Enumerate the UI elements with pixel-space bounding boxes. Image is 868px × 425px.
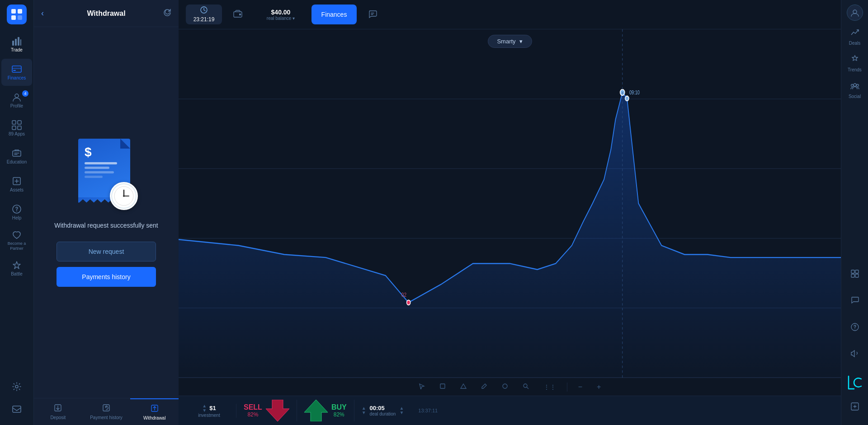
chat-button[interactable] bbox=[360, 5, 385, 24]
assets-icon bbox=[12, 176, 22, 186]
balance-amount: $40.00 bbox=[271, 9, 291, 16]
svg-point-19 bbox=[16, 210, 17, 211]
assets-label: Assets bbox=[10, 187, 24, 193]
zoom-out-tool[interactable]: − bbox=[575, 381, 586, 393]
svg-rect-13 bbox=[18, 121, 21, 124]
right-sidebar: Deals Trends Social bbox=[841, 0, 868, 425]
right-nav-deals[interactable]: Deals bbox=[844, 24, 866, 49]
right-grid-button[interactable] bbox=[844, 261, 866, 286]
price-chart: 02 09:10 bbox=[179, 29, 841, 378]
buy-area[interactable]: BUY 82% bbox=[297, 400, 354, 421]
right-chat-button[interactable] bbox=[844, 288, 866, 313]
refresh-button[interactable] bbox=[163, 9, 171, 19]
right-help-button[interactable] bbox=[844, 314, 866, 339]
back-button[interactable]: ‹ bbox=[41, 9, 44, 18]
partner-label: Become a Partner bbox=[1, 241, 32, 251]
buy-pct: 82% bbox=[334, 411, 344, 418]
user-avatar[interactable] bbox=[847, 5, 863, 21]
sidebar-item-help[interactable]: Help bbox=[1, 199, 32, 226]
buy-arrow-icon bbox=[304, 400, 328, 421]
sidebar-item-battle[interactable]: Battle bbox=[1, 255, 32, 282]
apps-icon bbox=[12, 120, 22, 130]
sell-area[interactable]: SELL 82% bbox=[236, 400, 297, 421]
feedback-button[interactable] bbox=[1, 398, 32, 420]
rectangle-tool[interactable] bbox=[436, 381, 449, 392]
circle-tool[interactable] bbox=[498, 381, 512, 392]
panel-footer: Deposit Payment history Withdrawal bbox=[34, 398, 179, 425]
duration-arrows[interactable]: ▲ ▼ bbox=[362, 406, 366, 415]
balance-label: real balance ▾ bbox=[267, 16, 295, 21]
pencil-tool[interactable] bbox=[477, 381, 491, 392]
deals-label: Deals bbox=[849, 41, 861, 46]
chat-icon bbox=[368, 9, 377, 20]
tab-deposit[interactable]: Deposit bbox=[34, 398, 82, 425]
investment-item: ▲ ▼ $1 investment bbox=[182, 404, 236, 418]
svg-point-54 bbox=[856, 84, 859, 87]
help-label: Help bbox=[12, 215, 22, 221]
svg-point-20 bbox=[15, 385, 18, 388]
apps-label: 89 Apps bbox=[9, 131, 25, 137]
svg-rect-6 bbox=[18, 37, 19, 46]
payments-history-button[interactable]: Payments history bbox=[57, 267, 156, 287]
svg-rect-14 bbox=[12, 126, 16, 130]
duration-value: 00:05 bbox=[370, 405, 396, 411]
svg-rect-10 bbox=[13, 70, 16, 71]
sell-pct: 82% bbox=[247, 411, 258, 418]
success-message: Withdrawal request successfully sent bbox=[54, 222, 158, 229]
sidebar-item-trade[interactable]: Trade bbox=[1, 31, 32, 58]
svg-point-25 bbox=[123, 195, 125, 197]
investment-arrows[interactable]: ▲ ▼ bbox=[202, 404, 207, 413]
triangle-tool[interactable] bbox=[457, 381, 470, 392]
new-request-button[interactable]: New request bbox=[57, 242, 156, 262]
zoom-in-tool[interactable]: + bbox=[593, 381, 604, 393]
chart-toolbar: ⋮⋮ − + bbox=[179, 378, 841, 396]
right-expand-button[interactable] bbox=[844, 394, 866, 419]
help-icon bbox=[12, 204, 22, 214]
duration-item: ▲ ▼ 00:05 deal duration ▲ ▼ bbox=[354, 405, 411, 416]
time-button[interactable]: 23:21:19 bbox=[186, 5, 222, 24]
social-icon bbox=[850, 81, 859, 93]
payment-history-label: Payment history bbox=[90, 415, 123, 420]
svg-point-52 bbox=[854, 84, 856, 86]
sidebar-item-partner[interactable]: Become a Partner bbox=[1, 227, 32, 254]
tab-withdrawal[interactable]: Withdrawal bbox=[130, 398, 179, 425]
finances-label: Finances bbox=[8, 75, 26, 81]
sidebar-item-assets[interactable]: Assets bbox=[1, 171, 32, 198]
svg-rect-2 bbox=[11, 15, 16, 20]
svg-point-38 bbox=[407, 300, 410, 305]
magnify-tool[interactable] bbox=[519, 381, 533, 392]
svg-rect-16 bbox=[13, 151, 21, 156]
svg-rect-56 bbox=[855, 270, 859, 273]
left-sidebar: Trade Finances 4 Profile bbox=[0, 0, 34, 425]
settings-button[interactable] bbox=[1, 375, 32, 398]
investment-label: investment bbox=[198, 413, 220, 418]
clock-icon bbox=[200, 6, 208, 15]
right-sound-button[interactable] bbox=[844, 341, 866, 366]
tab-payment-history[interactable]: Payment history bbox=[82, 398, 131, 425]
sidebar-item-apps[interactable]: 89 Apps bbox=[1, 115, 32, 142]
right-nav-trends[interactable]: Trends bbox=[844, 51, 866, 76]
svg-rect-0 bbox=[11, 9, 16, 14]
svg-marker-47 bbox=[266, 400, 289, 421]
dots-tool[interactable]: ⋮⋮ bbox=[540, 382, 560, 392]
sidebar-item-education[interactable]: Education bbox=[1, 143, 32, 170]
finances-button[interactable]: Finances bbox=[311, 5, 357, 24]
svg-rect-5 bbox=[15, 39, 17, 46]
panel-content: $ bbox=[34, 27, 179, 398]
sidebar-item-finances[interactable]: Finances bbox=[1, 59, 32, 86]
right-nav-social[interactable]: Social bbox=[844, 78, 866, 103]
trade-label: Trade bbox=[11, 47, 23, 53]
cursor-tool[interactable] bbox=[415, 381, 429, 392]
top-bar: 23:21:19 $40.00 real balance ▾ Finances bbox=[179, 0, 841, 29]
app-logo[interactable] bbox=[7, 5, 27, 24]
sidebar-item-profile[interactable]: 4 Profile bbox=[1, 87, 32, 114]
partner-icon bbox=[12, 230, 22, 240]
balance-button[interactable]: $40.00 real balance ▾ bbox=[254, 5, 308, 24]
duration-arrows-right[interactable]: ▲ ▼ bbox=[399, 406, 404, 415]
withdrawal-label: Withdrawal bbox=[143, 416, 165, 420]
svg-point-11 bbox=[15, 94, 19, 98]
wallet-icon bbox=[233, 9, 243, 20]
svg-marker-49 bbox=[304, 400, 328, 421]
withdrawal-icon bbox=[151, 404, 159, 414]
wallet-button[interactable] bbox=[226, 5, 250, 24]
